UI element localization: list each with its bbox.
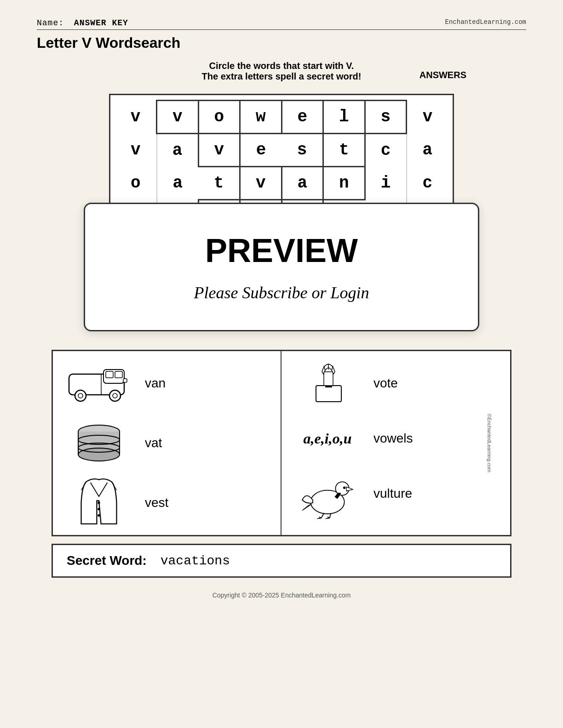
r3c1: a [157,167,199,200]
bottom-left: van vat [53,351,282,535]
vat-illustration [62,420,136,466]
vocab-vote: vote [291,360,501,406]
svg-point-8 [113,393,117,398]
vest-illustration [62,480,136,526]
preview-overlay: PREVIEW Please Subscribe or Login [84,203,479,331]
van-svg [64,363,133,404]
svg-point-12 [78,448,120,461]
bottom-section: van vat [52,350,511,536]
preview-subtitle: Please Subscribe or Login [122,283,441,302]
answers-label: ANSWERS [419,70,466,80]
copyright: Copyright © 2005-2025 EnchantedLearning.… [213,592,351,599]
row2-left: v [115,134,157,167]
r2c6: c [365,134,407,167]
svg-rect-9 [123,379,127,382]
r1c4: e [282,101,323,134]
vocab-van: van [62,360,271,406]
grid-row-1: v v o w e l s v [115,101,448,134]
svg-rect-3 [115,371,122,378]
watermark: ©EnchantedLearning.com [486,414,492,472]
page-header: Name: ANSWER KEY EnchantedLearning.com [37,18,526,30]
vocab-word-van: van [145,376,166,391]
secret-word-box: Secret Word: vacations [52,544,511,578]
vocab-vowels: a,e,i,o,u vowels [291,415,501,461]
instruction-line1: Circle the words that start with V. [202,61,362,71]
row1-left: v [115,101,157,134]
r1c1: v [157,101,199,134]
preview-title: PREVIEW [122,232,441,269]
r2c5: t [323,134,365,167]
row2-right: a [407,134,448,167]
vat-svg [67,422,131,464]
vowels-illustration: a,e,i,o,u [291,415,364,461]
bottom-right: vote a,e,i,o,u vowels [282,351,510,535]
vest-svg [76,478,122,528]
r3c5: n [323,167,365,200]
vocab-vat: vat [62,420,271,466]
r2c1: a [157,134,199,167]
svg-point-18 [98,508,100,511]
main-content: Circle the words that start with V. The … [37,61,526,599]
vocab-vulture: vulture [291,471,501,517]
vulture-illustration [291,471,364,517]
vocab-word-vat: vat [145,436,162,450]
r3c6: i [365,167,407,200]
site-url: EnchantedLearning.com [445,18,526,26]
row3-right: c [407,167,448,200]
grid-row-2: v a v e s t c a [115,134,448,167]
r2c4: s [282,134,323,167]
instructions-text: Circle the words that start with V. The … [202,61,362,82]
page-title: Letter V Wordsearch [37,34,526,51]
vote-illustration [291,360,364,406]
secret-word-label: Secret Word: [67,553,147,568]
row1-right: v [407,101,448,134]
svg-rect-22 [316,386,341,402]
name-value: ANSWER KEY [74,18,128,28]
vocab-word-vest: vest [145,495,168,510]
svg-point-30 [343,486,346,489]
svg-point-6 [78,393,83,398]
vocab-word-vulture: vulture [373,486,412,501]
r2c2: v [198,134,240,167]
vote-svg [291,360,364,406]
r3c4: a [282,167,323,200]
row3-left: o [115,167,157,200]
r1c3: w [240,101,282,134]
r2c3: e [240,134,282,167]
vocab-word-vowels: vowels [373,431,413,446]
grid-row-3: o a t v a n i c [115,167,448,200]
secret-word-value: vacations [161,554,230,568]
r1c6: s [365,101,407,134]
svg-point-19 [98,514,100,517]
name-label: Name: [37,18,64,28]
vulture-svg [291,468,364,519]
svg-rect-24 [324,372,333,386]
svg-point-17 [98,501,100,504]
svg-rect-2 [106,371,113,378]
name-line: Name: ANSWER KEY [37,18,128,28]
r1c5: l [323,101,365,134]
instruction-line2: The extra letters spell a secret word! [202,71,362,82]
vocab-word-vote: vote [373,376,398,391]
r3c3: v [240,167,282,200]
r3c2: t [198,167,240,200]
instructions-row: Circle the words that start with V. The … [37,61,526,89]
vocab-vest: vest [62,480,271,526]
van-illustration [62,360,136,406]
r1c2: o [198,101,240,134]
